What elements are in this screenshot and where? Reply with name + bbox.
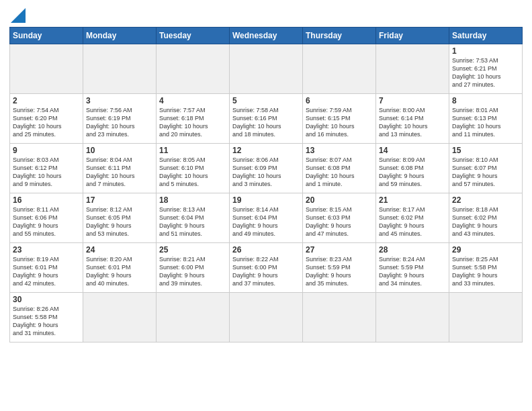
header-tuesday: Tuesday: [157, 28, 230, 44]
day-info: Sunrise: 8:10 AM Sunset: 6:07 PM Dayligh…: [452, 156, 519, 189]
day-info: Sunrise: 8:19 AM Sunset: 6:01 PM Dayligh…: [13, 255, 80, 288]
calendar-body: 1Sunrise: 7:53 AM Sunset: 6:21 PM Daylig…: [10, 44, 523, 342]
week-row-4: 23Sunrise: 8:19 AM Sunset: 6:01 PM Dayli…: [10, 243, 523, 293]
day-number: 15: [452, 146, 519, 155]
day-number: 10: [86, 146, 153, 155]
day-number: 12: [232, 146, 300, 155]
day-info: Sunrise: 8:05 AM Sunset: 6:10 PM Dayligh…: [159, 156, 226, 189]
day-info: Sunrise: 8:06 AM Sunset: 6:09 PM Dayligh…: [232, 156, 300, 189]
day-number: 8: [452, 96, 519, 105]
day-cell: [157, 44, 230, 94]
day-number: 26: [232, 245, 300, 255]
day-cell: 17Sunrise: 8:12 AM Sunset: 6:05 PM Dayli…: [83, 193, 157, 243]
day-cell: 9Sunrise: 8:03 AM Sunset: 6:12 PM Daylig…: [10, 144, 83, 193]
day-number: 24: [86, 245, 153, 255]
header-row: SundayMondayTuesdayWednesdayThursdayFrid…: [10, 28, 523, 44]
day-number: 6: [306, 96, 373, 105]
day-info: Sunrise: 7:57 AM Sunset: 6:18 PM Dayligh…: [159, 106, 226, 139]
day-cell: [303, 293, 376, 342]
day-number: 28: [379, 245, 446, 255]
day-number: 22: [452, 195, 519, 205]
day-number: 21: [379, 195, 446, 205]
page: SundayMondayTuesdayWednesdayThursdayFrid…: [0, 0, 532, 411]
day-info: Sunrise: 8:15 AM Sunset: 6:03 PM Dayligh…: [306, 205, 373, 238]
day-info: Sunrise: 7:53 AM Sunset: 6:21 PM Dayligh…: [452, 56, 519, 89]
calendar-table: SundayMondayTuesdayWednesdayThursdayFrid…: [9, 27, 523, 342]
day-cell: [157, 293, 230, 342]
day-number: 4: [159, 96, 226, 105]
header-friday: Friday: [376, 28, 449, 44]
header: [9, 7, 523, 23]
day-number: 16: [13, 195, 80, 205]
day-cell: 18Sunrise: 8:13 AM Sunset: 6:04 PM Dayli…: [157, 193, 230, 243]
day-info: Sunrise: 8:03 AM Sunset: 6:12 PM Dayligh…: [13, 156, 80, 189]
day-number: 20: [306, 195, 373, 205]
header-wednesday: Wednesday: [230, 28, 303, 44]
day-number: 30: [13, 295, 80, 304]
day-number: 11: [159, 146, 226, 155]
day-number: 25: [159, 245, 226, 255]
day-number: 9: [13, 146, 80, 155]
day-cell: 16Sunrise: 8:11 AM Sunset: 6:06 PM Dayli…: [10, 193, 83, 243]
day-cell: 6Sunrise: 7:59 AM Sunset: 6:15 PM Daylig…: [303, 94, 376, 144]
day-cell: 25Sunrise: 8:21 AM Sunset: 6:00 PM Dayli…: [157, 243, 230, 293]
day-info: Sunrise: 8:00 AM Sunset: 6:14 PM Dayligh…: [379, 106, 446, 139]
day-number: 17: [86, 195, 153, 205]
day-cell: 4Sunrise: 7:57 AM Sunset: 6:18 PM Daylig…: [157, 94, 230, 144]
day-info: Sunrise: 8:01 AM Sunset: 6:13 PM Dayligh…: [452, 106, 519, 139]
logo: [9, 7, 26, 23]
day-cell: 26Sunrise: 8:22 AM Sunset: 6:00 PM Dayli…: [230, 243, 303, 293]
day-cell: 14Sunrise: 8:09 AM Sunset: 6:08 PM Dayli…: [376, 144, 449, 193]
day-cell: 1Sunrise: 7:53 AM Sunset: 6:21 PM Daylig…: [449, 44, 523, 94]
header-thursday: Thursday: [303, 28, 376, 44]
day-cell: [83, 44, 157, 94]
calendar-header: SundayMondayTuesdayWednesdayThursdayFrid…: [10, 28, 523, 44]
day-cell: 24Sunrise: 8:20 AM Sunset: 6:01 PM Dayli…: [83, 243, 157, 293]
week-row-0: 1Sunrise: 7:53 AM Sunset: 6:21 PM Daylig…: [10, 44, 523, 94]
week-row-5: 30Sunrise: 8:26 AM Sunset: 5:58 PM Dayli…: [10, 293, 523, 342]
header-monday: Monday: [83, 28, 157, 44]
day-cell: 30Sunrise: 8:26 AM Sunset: 5:58 PM Dayli…: [10, 293, 83, 342]
day-cell: 22Sunrise: 8:18 AM Sunset: 6:02 PM Dayli…: [449, 193, 523, 243]
day-cell: 15Sunrise: 8:10 AM Sunset: 6:07 PM Dayli…: [449, 144, 523, 193]
day-info: Sunrise: 8:11 AM Sunset: 6:06 PM Dayligh…: [13, 205, 80, 238]
week-row-1: 2Sunrise: 7:54 AM Sunset: 6:20 PM Daylig…: [10, 94, 523, 144]
day-info: Sunrise: 8:12 AM Sunset: 6:05 PM Dayligh…: [86, 205, 153, 238]
day-info: Sunrise: 8:14 AM Sunset: 6:04 PM Dayligh…: [232, 205, 300, 238]
day-cell: 23Sunrise: 8:19 AM Sunset: 6:01 PM Dayli…: [10, 243, 83, 293]
day-cell: [303, 44, 376, 94]
day-info: Sunrise: 8:23 AM Sunset: 5:59 PM Dayligh…: [306, 255, 373, 288]
day-info: Sunrise: 8:25 AM Sunset: 5:58 PM Dayligh…: [452, 255, 519, 288]
svg-marker-0: [11, 8, 26, 23]
day-number: 27: [306, 245, 373, 255]
day-info: Sunrise: 7:58 AM Sunset: 6:16 PM Dayligh…: [232, 106, 300, 139]
day-number: 29: [452, 245, 519, 255]
day-info: Sunrise: 7:59 AM Sunset: 6:15 PM Dayligh…: [306, 106, 373, 139]
day-info: Sunrise: 8:26 AM Sunset: 5:58 PM Dayligh…: [13, 305, 80, 338]
day-info: Sunrise: 8:24 AM Sunset: 5:59 PM Dayligh…: [379, 255, 446, 288]
day-cell: [230, 44, 303, 94]
day-info: Sunrise: 7:56 AM Sunset: 6:19 PM Dayligh…: [86, 106, 153, 139]
day-cell: 27Sunrise: 8:23 AM Sunset: 5:59 PM Dayli…: [303, 243, 376, 293]
day-info: Sunrise: 7:54 AM Sunset: 6:20 PM Dayligh…: [13, 106, 80, 139]
day-cell: 10Sunrise: 8:04 AM Sunset: 6:11 PM Dayli…: [83, 144, 157, 193]
day-cell: 11Sunrise: 8:05 AM Sunset: 6:10 PM Dayli…: [157, 144, 230, 193]
day-info: Sunrise: 8:07 AM Sunset: 6:08 PM Dayligh…: [306, 156, 373, 189]
week-row-2: 9Sunrise: 8:03 AM Sunset: 6:12 PM Daylig…: [10, 144, 523, 193]
day-cell: [83, 293, 157, 342]
day-number: 14: [379, 146, 446, 155]
day-number: 19: [232, 195, 300, 205]
day-cell: [376, 44, 449, 94]
day-cell: 8Sunrise: 8:01 AM Sunset: 6:13 PM Daylig…: [449, 94, 523, 144]
day-cell: [10, 44, 83, 94]
day-info: Sunrise: 8:22 AM Sunset: 6:00 PM Dayligh…: [232, 255, 300, 288]
day-cell: 19Sunrise: 8:14 AM Sunset: 6:04 PM Dayli…: [230, 193, 303, 243]
logo-icon: [11, 8, 26, 23]
day-cell: 29Sunrise: 8:25 AM Sunset: 5:58 PM Dayli…: [449, 243, 523, 293]
day-number: 1: [452, 46, 519, 56]
day-cell: 5Sunrise: 7:58 AM Sunset: 6:16 PM Daylig…: [230, 94, 303, 144]
day-info: Sunrise: 8:21 AM Sunset: 6:00 PM Dayligh…: [159, 255, 226, 288]
day-cell: 2Sunrise: 7:54 AM Sunset: 6:20 PM Daylig…: [10, 94, 83, 144]
day-number: 18: [159, 195, 226, 205]
day-cell: 3Sunrise: 7:56 AM Sunset: 6:19 PM Daylig…: [83, 94, 157, 144]
